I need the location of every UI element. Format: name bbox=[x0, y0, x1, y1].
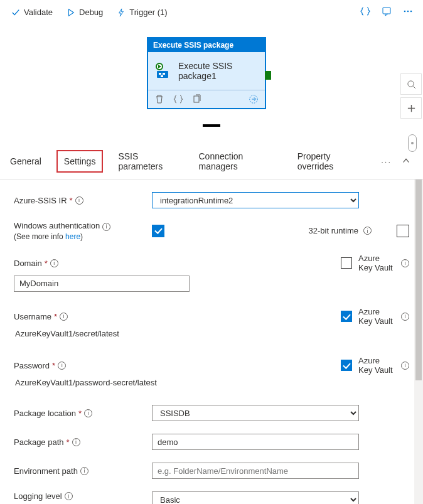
svg-point-2 bbox=[407, 11, 409, 13]
activity-name: Execute SSIS package1 bbox=[178, 61, 259, 81]
windows-auth-checkbox[interactable] bbox=[152, 225, 164, 237]
info-icon[interactable]: i bbox=[50, 259, 58, 267]
svg-point-3 bbox=[410, 11, 412, 13]
lightning-icon bbox=[117, 8, 126, 17]
activity-type-header: Execute SSIS package bbox=[148, 38, 265, 52]
trigger-button[interactable]: Trigger (1) bbox=[112, 5, 172, 19]
environment-path-input[interactable] bbox=[152, 463, 359, 479]
scrollbar[interactable] bbox=[414, 180, 423, 504]
info-icon[interactable]: i bbox=[65, 492, 73, 500]
password-secret-path: AzureKeyVault1/password-secret/latest bbox=[14, 375, 409, 390]
ellipsis-icon bbox=[403, 6, 413, 16]
info-icon[interactable]: i bbox=[102, 223, 110, 231]
logging-level-select[interactable]: Basic bbox=[152, 491, 359, 504]
info-icon[interactable]: i bbox=[84, 409, 92, 417]
domain-label: Domain bbox=[14, 259, 42, 268]
logging-level-label: Logging level bbox=[14, 491, 62, 501]
svg-rect-6 bbox=[159, 73, 161, 75]
copy-icon[interactable] bbox=[192, 94, 202, 104]
domain-akv-label: Azure Key Vault bbox=[358, 254, 395, 273]
username-label: Username bbox=[14, 312, 51, 321]
add-fab[interactable] bbox=[400, 97, 422, 119]
activity-success-handle[interactable] bbox=[265, 71, 271, 80]
braces-icon bbox=[360, 6, 370, 16]
password-label: Password bbox=[14, 361, 50, 370]
tab-settings[interactable]: Settings bbox=[56, 150, 104, 173]
required-asterisk: * bbox=[54, 312, 57, 321]
info-icon[interactable]: i bbox=[72, 438, 80, 446]
tab-property-overrides[interactable]: Property overrides bbox=[296, 144, 368, 179]
package-location-label: Package location bbox=[14, 409, 76, 418]
property-tabs: General Settings SSIS parameters Connect… bbox=[0, 144, 423, 180]
info-icon[interactable]: i bbox=[75, 196, 83, 205]
play-icon bbox=[67, 8, 75, 17]
info-icon[interactable]: i bbox=[80, 467, 88, 475]
required-asterisk: * bbox=[45, 259, 48, 268]
info-icon[interactable]: i bbox=[401, 362, 409, 370]
svg-rect-9 bbox=[194, 96, 199, 102]
toolbar: Validate Debug Trigger (1) bbox=[0, 0, 423, 24]
debug-button[interactable]: Debug bbox=[62, 5, 108, 19]
win-auth-hint-post: ) bbox=[80, 232, 83, 241]
validate-button[interactable]: Validate bbox=[6, 5, 58, 19]
debug-label: Debug bbox=[79, 8, 103, 17]
search-icon bbox=[407, 80, 416, 89]
password-akv-label: Azure Key Vault bbox=[358, 356, 395, 375]
svg-point-11 bbox=[407, 80, 413, 86]
info-icon[interactable]: i bbox=[58, 362, 66, 370]
chevron-up-icon bbox=[402, 156, 410, 165]
tab-ssis-parameters[interactable]: SSIS parameters bbox=[117, 144, 183, 179]
svg-rect-0 bbox=[383, 8, 390, 14]
info-icon[interactable]: i bbox=[401, 313, 409, 321]
collapse-panel-button[interactable] bbox=[398, 153, 414, 171]
settings-panel: Azure-SSIS IR * i integrationRuntime2 Wi… bbox=[0, 180, 423, 504]
password-akv-checkbox[interactable] bbox=[341, 360, 352, 371]
azure-ssis-ir-select[interactable]: integrationRuntime2 bbox=[152, 192, 359, 208]
search-fab[interactable] bbox=[400, 73, 422, 95]
feedback-icon bbox=[382, 6, 392, 16]
username-secret-path: AzureKeyVault1/secret/latest bbox=[14, 326, 409, 341]
package-location-select[interactable]: SSISDB bbox=[152, 405, 359, 421]
activity-card[interactable]: Execute SSIS package Execute SSIS packag… bbox=[147, 37, 266, 109]
info-icon[interactable]: i bbox=[363, 227, 372, 235]
runtime-32bit-checkbox[interactable] bbox=[397, 225, 409, 237]
delete-icon[interactable] bbox=[154, 94, 164, 104]
azure-ssis-ir-label: Azure-SSIS IR bbox=[14, 196, 67, 205]
activity-footer bbox=[148, 90, 265, 108]
tab-connection-managers[interactable]: Connection managers bbox=[197, 144, 282, 179]
package-path-input[interactable] bbox=[152, 434, 359, 450]
check-icon bbox=[11, 8, 20, 17]
info-icon[interactable]: i bbox=[401, 259, 409, 267]
username-akv-checkbox[interactable] bbox=[341, 311, 352, 322]
package-path-label: Package path bbox=[14, 437, 64, 447]
code-braces-button[interactable] bbox=[356, 4, 374, 21]
scrollbar-thumb[interactable] bbox=[415, 180, 422, 380]
runtime-32bit-label: 32-bit runtime bbox=[309, 226, 358, 235]
domain-akv-checkbox[interactable] bbox=[341, 257, 352, 269]
drag-handle[interactable] bbox=[203, 124, 220, 127]
required-asterisk: * bbox=[67, 437, 70, 447]
win-auth-hint-link[interactable]: here bbox=[65, 232, 80, 241]
trigger-label: Trigger (1) bbox=[129, 8, 167, 17]
ellipsis-button[interactable] bbox=[399, 4, 417, 21]
info-icon[interactable]: i bbox=[60, 313, 68, 321]
braces-icon[interactable] bbox=[173, 94, 183, 104]
svg-point-1 bbox=[404, 11, 406, 13]
domain-input[interactable] bbox=[14, 276, 190, 292]
feedback-button[interactable] bbox=[378, 4, 395, 21]
svg-rect-7 bbox=[163, 73, 165, 75]
win-auth-hint-pre: (See more info bbox=[14, 232, 65, 241]
validate-label: Validate bbox=[24, 8, 53, 17]
forward-icon[interactable] bbox=[249, 94, 259, 104]
environment-path-label: Environment path bbox=[14, 466, 78, 476]
svg-rect-8 bbox=[161, 75, 163, 77]
ssis-package-icon bbox=[154, 62, 172, 80]
plus-icon bbox=[407, 104, 416, 113]
windows-auth-label: Windows authentication bbox=[14, 221, 100, 230]
required-asterisk: * bbox=[70, 196, 73, 205]
tabs-ellipsis[interactable]: ··· bbox=[381, 157, 392, 166]
required-asterisk: * bbox=[52, 361, 55, 370]
activity-body: Execute SSIS package1 bbox=[148, 52, 265, 90]
tab-general[interactable]: General bbox=[9, 149, 43, 174]
required-asterisk: * bbox=[78, 409, 82, 418]
